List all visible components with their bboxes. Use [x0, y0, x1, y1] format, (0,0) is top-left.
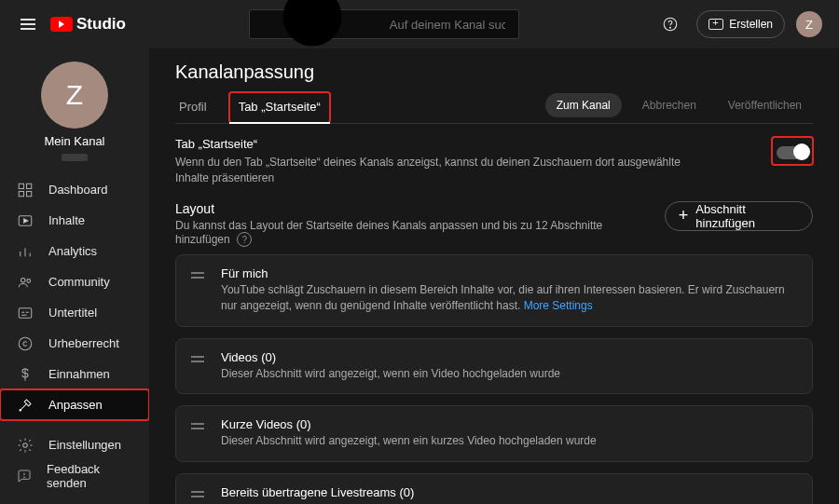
sidebar-item-content[interactable]: Inhalte [0, 205, 149, 236]
dashboard-icon [17, 182, 34, 198]
svg-point-23 [24, 476, 25, 477]
more-settings-link[interactable]: More Settings [524, 299, 593, 312]
subtitles-icon [17, 305, 34, 321]
section-desc: Dieser Abschnitt wird angezeigt, wenn ei… [221, 433, 597, 449]
svg-rect-6 [19, 191, 23, 196]
layout-title: Layout [175, 201, 646, 216]
sidebar-item-customize[interactable]: Anpassen [0, 389, 149, 420]
view-channel-button[interactable]: Zum Kanal [545, 93, 622, 117]
tab-profile[interactable]: Profil [175, 92, 211, 123]
hamburger-menu[interactable] [17, 15, 39, 34]
analytics-icon [17, 243, 34, 260]
content-icon [17, 212, 34, 229]
copyright-icon [17, 335, 34, 352]
section-desc: Dieser Abschnitt wird angezeigt, wenn ar… [221, 501, 608, 504]
studio-logo[interactable]: Studio [50, 15, 126, 34]
sidebar-item-earn[interactable]: Einnahmen [0, 359, 149, 389]
toggle-title: Tab „Startseite“ [175, 137, 697, 151]
svg-rect-7 [27, 191, 32, 196]
brand-text: Studio [76, 15, 126, 34]
svg-point-0 [283, 0, 342, 47]
section-title: Bereits übertragene Livestreams (0) [221, 485, 608, 499]
help-button[interactable] [655, 9, 685, 39]
customize-icon [17, 397, 34, 414]
svg-point-13 [21, 278, 26, 282]
toggle-desc: Wenn du den Tab „Startseite“ deines Kana… [175, 155, 697, 186]
svg-point-21 [23, 443, 28, 447]
sidebar-item-copyright[interactable]: Urheberrecht [0, 328, 149, 359]
nav-list: Dashboard Inhalte Analytics Community Un… [0, 174, 149, 420]
sidebar-item-community[interactable]: Community [0, 266, 149, 297]
drag-handle[interactable] [191, 356, 204, 362]
section-title: Für mich [221, 266, 797, 280]
add-section-label: Abschnitt hinzufügen [695, 202, 799, 230]
hometab-toggle[interactable] [777, 146, 808, 159]
svg-point-14 [27, 279, 31, 282]
sidebar-item-label: Inhalte [48, 213, 85, 227]
section-desc: Dieser Abschnitt wird angezeigt, wenn ei… [221, 366, 560, 382]
hometab-toggle-card: Tab „Startseite“ Wenn du den Tab „Starts… [175, 137, 813, 186]
main-content: Kanalanpassung Profil Tab „Startseite“ Z… [149, 48, 839, 504]
svg-point-19 [19, 337, 32, 350]
sidebar-item-label: Analytics [48, 244, 97, 258]
help-icon [662, 16, 679, 33]
sidebar-item-label: Anpassen [48, 398, 103, 412]
page-title: Kanalanpassung [175, 61, 813, 83]
sidebar-item-label: Feedback senden [47, 462, 132, 490]
drag-handle[interactable] [191, 491, 204, 497]
tab-hometab[interactable]: Tab „Startseite“ [229, 92, 330, 123]
sidebar-item-label: Untertitel [48, 306, 97, 320]
gear-icon [17, 437, 34, 454]
section-card: Videos (0) Dieser Abschnitt wird angezei… [175, 338, 813, 394]
svg-point-3 [670, 27, 671, 28]
earn-icon [17, 366, 34, 383]
tab-bar: Profil Tab „Startseite“ Zum Kanal Abbrec… [175, 92, 813, 124]
section-title: Kurze Videos (0) [221, 417, 597, 431]
account-avatar[interactable]: Z [796, 11, 822, 37]
channel-card[interactable]: Z Mein Kanal [0, 58, 149, 174]
sidebar-item-label: Urheberrecht [48, 336, 119, 350]
channel-handle-hidden [62, 154, 88, 161]
search-box[interactable] [249, 9, 519, 39]
sidebar-item-label: Einnahmen [48, 367, 110, 381]
sidebar-item-subtitles[interactable]: Untertitel [0, 297, 149, 328]
create-label: Erstellen [729, 18, 773, 31]
svg-rect-4 [19, 184, 23, 188]
topbar: Studio Erstellen Z [0, 0, 839, 48]
channel-avatar: Z [41, 61, 108, 129]
sidebar-item-label: Dashboard [48, 183, 108, 197]
drag-handle[interactable] [191, 423, 204, 429]
youtube-icon [50, 17, 73, 32]
search-input[interactable] [388, 17, 507, 33]
section-list: Für mich YouTube schlägt Zuschauern in d… [175, 254, 813, 504]
community-icon [17, 274, 34, 291]
section-card: Bereits übertragene Livestreams (0) Dies… [175, 473, 813, 504]
section-card: Für mich YouTube schlägt Zuschauern in d… [175, 254, 813, 327]
create-button[interactable]: Erstellen [696, 10, 785, 38]
section-card: Kurze Videos (0) Dieser Abschnitt wird a… [175, 405, 813, 461]
channel-name: Mein Kanal [44, 134, 104, 148]
layout-header: Layout Du kannst das Layout der Startsei… [175, 201, 813, 248]
svg-rect-15 [19, 307, 32, 318]
sidebar-item-label: Einstellungen [48, 438, 121, 452]
create-icon [708, 19, 723, 30]
drag-handle[interactable] [191, 272, 204, 279]
feedback-icon [17, 468, 32, 484]
svg-rect-5 [27, 184, 32, 188]
sidebar-item-label: Community [48, 275, 110, 289]
sidebar-item-dashboard[interactable]: Dashboard [0, 174, 149, 205]
publish-button: Veröffentlichen [717, 93, 813, 117]
cancel-button: Abbrechen [631, 93, 708, 117]
section-desc: YouTube schlägt Zuschauern in diesem Ber… [221, 282, 797, 315]
sidebar-item-feedback[interactable]: Feedback senden [0, 460, 149, 491]
sidebar-item-analytics[interactable]: Analytics [0, 236, 149, 266]
section-title: Videos (0) [221, 350, 560, 364]
sidebar: Z Mein Kanal Dashboard Inhalte Analytics… [0, 48, 149, 504]
add-section-button[interactable]: + Abschnitt hinzufügen [665, 201, 813, 231]
sidebar-item-settings[interactable]: Einstellungen [0, 429, 149, 460]
svg-marker-9 [24, 218, 29, 223]
help-icon[interactable]: ? [237, 232, 252, 247]
